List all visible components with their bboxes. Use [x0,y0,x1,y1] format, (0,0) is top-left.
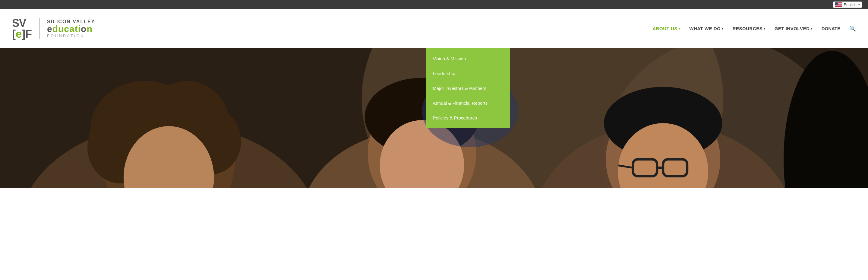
flag-icon [835,2,842,7]
hero-section: Vision & Mission Leadership Major Invest… [0,48,868,188]
site-header: SV [e]F SILICON VALLEY eDucation FOUNDAT… [0,9,868,48]
logo-sv-text: SV [12,18,32,29]
nav-donate[interactable]: DONATE [822,26,840,31]
nav-get-involved-chevron-icon: ▾ [811,27,812,30]
svg-rect-10 [835,6,842,6]
language-selector[interactable]: English ▾ [833,1,862,8]
svg-rect-8 [835,5,842,5]
nav-what-we-do-label: WHAT WE DO [689,26,720,31]
logo-divider [39,18,40,39]
nav-what-we-do-chevron-icon: ▾ [722,27,723,30]
dropdown-item-vision-mission[interactable]: Vision & Mission [426,51,510,66]
logo[interactable]: SV [e]F SILICON VALLEY eDucation FOUNDAT… [12,18,95,39]
nav-about-us[interactable]: ABOUT US ▾ [652,26,680,31]
svg-rect-7 [835,5,842,5]
nav-about-us-label: ABOUT US [652,26,677,31]
nav-resources[interactable]: RESOURCES ▾ [733,26,766,31]
language-chevron-icon: ▾ [858,3,860,6]
language-text: English [844,2,857,7]
nav-resources-chevron-icon: ▾ [764,27,766,30]
logo-e-green: e [16,29,22,39]
dropdown-item-leadership[interactable]: Leadership [426,66,510,81]
svg-rect-12 [835,6,842,7]
nav-get-involved[interactable]: GET INVOLVED ▾ [775,26,812,31]
nav-about-us-chevron-icon: ▾ [679,27,680,30]
logo-foundation: FOUNDATION [47,33,95,38]
logo-text-group: SILICON VALLEY eDucation FOUNDATION [47,19,95,38]
about-us-dropdown: Vision & Mission Leadership Major Invest… [426,48,510,128]
svg-rect-13 [835,2,838,5]
logo-education: eDucation [47,24,95,33]
nav-resources-label: RESOURCES [733,26,763,31]
dropdown-item-annual-reports[interactable]: Annual & Financial Reports [426,96,510,110]
nav-what-we-do[interactable]: WHAT WE DO ▾ [689,26,723,31]
logo-sv-ef: SV [e]F [12,18,32,39]
top-bar: English ▾ [0,0,868,9]
svg-rect-11 [835,6,842,6]
svg-rect-9 [835,5,842,6]
nav-get-involved-label: GET INVOLVED [775,26,810,31]
main-nav: ABOUT US ▾ WHAT WE DO ▾ RESOURCES ▾ GET … [652,25,856,32]
dropdown-item-major-investors[interactable]: Major Investors & Partners [426,81,510,96]
logo-ef-text: [e]F [12,29,32,39]
dropdown-item-policies-procedures[interactable]: Policies & Procedures [426,110,510,125]
nav-search-icon[interactable]: 🔍 [849,25,856,32]
